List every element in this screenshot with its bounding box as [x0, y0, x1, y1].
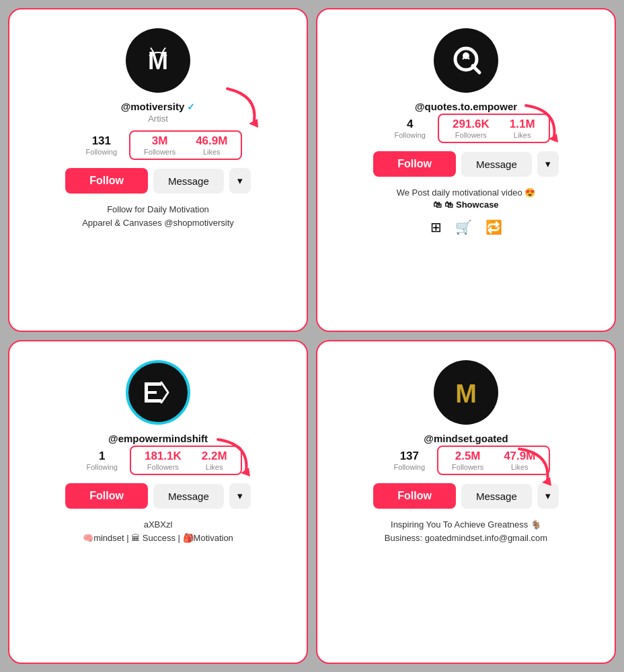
avatar-wrap: M	[126, 28, 190, 93]
message-button[interactable]: Message	[461, 152, 532, 177]
action-row: Follow Message ▾	[65, 483, 251, 509]
mindset-goated-logo: M	[442, 369, 490, 416]
avatar: M	[434, 360, 498, 425]
card-empowermindshift: @empowermindshift 1 Following 181.1K Fol…	[8, 340, 308, 664]
stat-highlighted-box: 3M Followers 46.9M Likes	[129, 130, 242, 160]
card-motiversity: M @motiversity ✓ Artist 131 Following 3M…	[8, 8, 308, 332]
username: @motiversity ✓	[121, 101, 196, 112]
stat-following: 4 Following	[382, 118, 437, 139]
action-row: Follow Message ▾	[65, 168, 251, 194]
showcase-label: 🛍 🛍 Showcase	[433, 200, 498, 210]
motiversity-logo: M	[134, 37, 182, 84]
bio: aXBXzl🧠mindset | 🏛 Success | 🎒Motivation	[83, 518, 233, 544]
svg-point-11	[134, 369, 182, 416]
stat-following: 137 Following	[382, 450, 437, 471]
stat-followers: 2.5M Followers	[448, 450, 488, 471]
repost-icon[interactable]: 🔁	[485, 219, 502, 235]
verified-icon: ✓	[187, 101, 195, 112]
bio: We Post daily motivational video 😍	[397, 186, 536, 200]
message-button[interactable]: Message	[461, 484, 532, 509]
more-button[interactable]: ▾	[229, 483, 251, 509]
avatar	[434, 28, 498, 93]
subtitle: Artist	[148, 114, 168, 124]
avatar-wrap	[434, 28, 498, 93]
more-button[interactable]: ▾	[229, 168, 251, 194]
action-row: Follow Message ▾	[373, 151, 559, 177]
follow-button[interactable]: Follow	[65, 483, 148, 509]
stat-likes: 46.9M Likes	[192, 134, 231, 156]
message-button[interactable]: Message	[153, 169, 224, 194]
follow-button[interactable]: Follow	[373, 483, 456, 509]
showcase-row: ⊞ 🛒 🔁	[430, 219, 502, 235]
avatar-wrap: M	[434, 360, 498, 425]
avatar: M	[126, 28, 190, 93]
arrow-icon	[520, 100, 564, 144]
arrow-icon	[514, 444, 557, 487]
avatar	[126, 360, 190, 425]
more-button[interactable]: ▾	[537, 151, 559, 177]
svg-rect-15	[145, 399, 161, 403]
svg-rect-13	[145, 382, 161, 386]
stat-following: 131 Following	[74, 134, 129, 156]
avatar-wrap	[126, 360, 190, 425]
stat-followers: 3M Followers	[140, 134, 180, 156]
svg-text:M: M	[455, 380, 477, 408]
card-mindset-goated: M @mindset.goated 137 Following 2.5M Fol…	[316, 340, 616, 664]
message-button[interactable]: Message	[153, 484, 224, 509]
quotes-logo	[442, 37, 490, 84]
grid-icon[interactable]: ⊞	[430, 219, 442, 235]
follow-button[interactable]: Follow	[373, 151, 456, 177]
stat-following: 1 Following	[74, 450, 129, 471]
bio: Inspiring You To Achieve Greatness 🐐Busi…	[385, 518, 547, 544]
arrow-icon	[212, 434, 256, 478]
svg-point-6	[442, 37, 490, 84]
svg-rect-14	[145, 391, 157, 394]
bio: Follow for Daily MotivationApparel & Can…	[82, 203, 234, 229]
username: @mindset.goated	[424, 433, 508, 444]
stats-row: 131 Following 3M Followers 46.9M Likes	[26, 130, 290, 160]
stat-followers: 181.1K Followers	[141, 450, 186, 471]
follow-button[interactable]: Follow	[65, 168, 148, 194]
svg-text:M: M	[148, 47, 168, 75]
shop-icon[interactable]: 🛒	[455, 219, 472, 235]
username: @empowermindshift	[108, 433, 208, 444]
card-quotes: @quotes.to.empower 4 Following 291.6K Fo…	[316, 8, 616, 332]
arrow-icon	[221, 82, 268, 129]
username: @quotes.to.empower	[415, 101, 517, 112]
empowermindshift-logo	[134, 369, 182, 416]
stat-followers: 291.6K Followers	[448, 118, 494, 139]
stats-row: 137 Following 2.5M Followers 47.9M Likes	[334, 446, 598, 475]
